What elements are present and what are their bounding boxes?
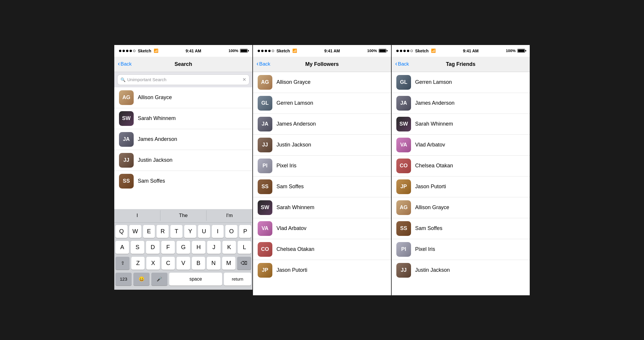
predictive-i[interactable]: I	[114, 210, 160, 221]
chevron-icon-3: ‹	[395, 61, 397, 67]
status-bar-1: Sketch 📶 9:41 AM 100%	[114, 45, 252, 57]
back-button-followers[interactable]: ‹ Back	[256, 61, 270, 67]
key-backspace[interactable]: ⌫	[237, 257, 251, 270]
key-b[interactable]: B	[192, 257, 205, 270]
item-name: Sarah Whinnem	[138, 115, 176, 121]
list-item[interactable]: JP Jason Putorti	[253, 260, 391, 281]
key-u[interactable]: U	[198, 225, 210, 238]
key-q[interactable]: Q	[115, 225, 128, 238]
back-label-2[interactable]: Back	[259, 61, 270, 67]
key-space[interactable]: space	[169, 273, 222, 286]
list-item[interactable]: JA James Anderson	[114, 129, 252, 150]
search-bar[interactable]: 🔍 Unimportant Search ✕	[117, 74, 249, 85]
list-item[interactable]: VA Vlad Arbatov	[392, 135, 530, 156]
list-item[interactable]: AG Allison Grayce	[392, 197, 530, 218]
list-item[interactable]: SW Sarah Whinnem	[392, 114, 530, 135]
battery-icon-3	[517, 49, 525, 53]
back-label-3[interactable]: Back	[398, 61, 409, 67]
list-item[interactable]: SW Sarah Whinnem	[114, 108, 252, 129]
back-button-search[interactable]: ‹ Back	[118, 61, 132, 67]
key-123[interactable]: 123	[115, 273, 132, 286]
avatar: SW	[258, 200, 272, 215]
list-item[interactable]: JJ Justin Jackson	[114, 150, 252, 171]
list-item[interactable]: CO Chelsea Otakan	[392, 156, 530, 176]
key-l[interactable]: L	[238, 241, 251, 254]
list-item[interactable]: GL Gerren Lamson	[253, 93, 391, 114]
predictive-im[interactable]: I'm	[207, 210, 252, 221]
key-z[interactable]: Z	[131, 257, 145, 270]
list-item[interactable]: SW Sarah Whinnem	[253, 197, 391, 218]
key-d[interactable]: D	[146, 241, 160, 254]
key-shift[interactable]: ⇧	[115, 257, 130, 270]
avatar: JA	[258, 117, 272, 131]
list-item[interactable]: JJ Justin Jackson	[253, 135, 391, 156]
key-a[interactable]: A	[115, 241, 129, 254]
key-s[interactable]: S	[131, 241, 144, 254]
key-emoji[interactable]: 😀	[133, 273, 150, 286]
key-f[interactable]: F	[161, 241, 175, 254]
screen-title-followers: My Followers	[305, 61, 339, 67]
item-name: Sam Soffes	[276, 184, 304, 190]
key-mic[interactable]: 🎤	[151, 273, 167, 286]
list-item[interactable]: JA James Anderson	[253, 114, 391, 135]
key-w[interactable]: W	[129, 225, 141, 238]
key-t[interactable]: T	[170, 225, 182, 238]
list-item[interactable]: SS Sam Soffes	[253, 176, 391, 197]
list-item[interactable]: PI Pixel Iris	[392, 239, 530, 260]
keyboard-row-1: Q W E R T Y U I O P	[115, 225, 251, 238]
back-label-1[interactable]: Back	[120, 61, 132, 67]
key-g[interactable]: G	[177, 241, 190, 254]
screen-title-tag-friends: Tag Friends	[446, 61, 476, 67]
list-item[interactable]: GL Gerren Lamson	[392, 72, 530, 93]
key-n[interactable]: N	[207, 257, 220, 270]
list-item[interactable]: JP Jason Putorti	[392, 176, 530, 197]
followers-list: AG Allison Grayce GL Gerren Lamson JA Ja…	[253, 72, 391, 281]
avatar: SS	[119, 174, 134, 189]
list-item[interactable]: CO Chelsea Otakan	[253, 239, 391, 260]
chevron-icon-1: ‹	[118, 61, 120, 67]
key-o[interactable]: O	[225, 225, 237, 238]
list-item[interactable]: VA Vlad Arbatov	[253, 218, 391, 239]
key-x[interactable]: X	[146, 257, 160, 270]
key-return[interactable]: return	[224, 273, 251, 286]
list-item[interactable]: AG Allison Grayce	[114, 87, 252, 108]
search-clear-icon[interactable]: ✕	[242, 77, 246, 82]
back-button-tag-friends[interactable]: ‹ Back	[395, 61, 409, 67]
key-i[interactable]: I	[212, 225, 224, 238]
search-input[interactable]: Unimportant Search	[127, 77, 241, 82]
list-item[interactable]: JJ Justin Jackson	[392, 260, 530, 281]
chevron-icon-2: ‹	[256, 61, 259, 67]
avatar: JA	[396, 96, 411, 111]
key-j[interactable]: J	[207, 241, 221, 254]
list-item[interactable]: PI Pixel Iris	[253, 156, 391, 176]
avatar: SS	[258, 179, 272, 194]
dot5	[272, 50, 274, 52]
key-m[interactable]: M	[222, 257, 235, 270]
wifi-icon-3: 📶	[431, 49, 436, 53]
avatar: SW	[396, 117, 411, 131]
list-item[interactable]: JA James Anderson	[392, 93, 530, 114]
key-r[interactable]: R	[157, 225, 169, 238]
list-item[interactable]: SS Sam Soffes	[392, 218, 530, 239]
signal-dots-1: Sketch 📶	[119, 49, 158, 53]
dot1	[396, 50, 399, 52]
signal-dots-3: Sketch 📶	[396, 49, 436, 53]
key-h[interactable]: H	[192, 241, 205, 254]
right-status-1: 100%	[229, 49, 248, 53]
key-c[interactable]: C	[162, 257, 175, 270]
key-y[interactable]: Y	[184, 225, 196, 238]
avatar: JP	[258, 263, 272, 278]
list-item[interactable]: SS Sam Soffes	[114, 171, 252, 191]
item-name: Jason Putorti	[276, 267, 307, 273]
key-k[interactable]: K	[222, 241, 236, 254]
search-icon: 🔍	[120, 77, 125, 82]
time-3: 9:41 AM	[463, 49, 479, 53]
key-p[interactable]: P	[239, 225, 251, 238]
list-item[interactable]: AG Allison Grayce	[253, 72, 391, 93]
item-name: Allison Grayce	[138, 94, 172, 101]
predictive-the[interactable]: The	[160, 210, 207, 221]
search-bar-wrap: 🔍 Unimportant Search ✕	[114, 72, 252, 87]
key-v[interactable]: V	[177, 257, 190, 270]
key-e[interactable]: E	[143, 225, 155, 238]
item-name: James Anderson	[138, 136, 177, 142]
